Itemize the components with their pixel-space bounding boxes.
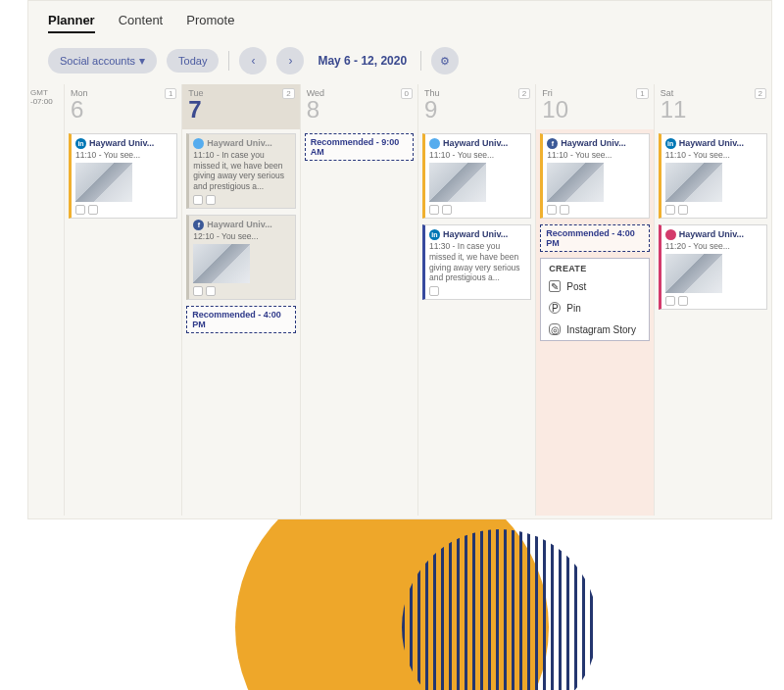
calendar-grid: GMT -07:00 Mon 6 1 inHayward Univ... 11:…	[28, 84, 771, 516]
card-meta: 12:10 - You see...	[193, 231, 290, 241]
option-label: Post	[566, 281, 586, 292]
post-card[interactable]: inHayward Univ... 11:30 - In case you mi…	[422, 224, 531, 300]
day-col-mon: Mon 6 1 inHayward Univ... 11:10 - You se…	[64, 84, 181, 516]
post-thumbnail	[665, 163, 722, 202]
day-body[interactable]: inHayward Univ... 11:10 - You see...	[65, 129, 181, 516]
status-icon	[429, 205, 439, 215]
prev-week-button[interactable]: ‹	[239, 47, 267, 74]
post-count-badge: 2	[518, 88, 530, 99]
post-count-badge: 2	[755, 88, 766, 99]
post-thumbnail	[75, 163, 132, 202]
create-post-option[interactable]: ✎ Post	[541, 275, 648, 297]
facebook-icon: f	[547, 138, 558, 149]
next-week-button[interactable]: ›	[276, 47, 304, 74]
today-button[interactable]: Today	[167, 49, 219, 73]
day-body[interactable]: Recommended - 9:00 AM	[301, 129, 417, 516]
status-icon	[429, 286, 439, 296]
day-col-tue: Tue 7 2 Hayward Univ... 11:10 - In case …	[181, 84, 299, 516]
day-col-fri: Fri 10 1 fHayward Univ... 11:10 - You se…	[535, 84, 653, 516]
card-meta: 11:10 - You see...	[547, 150, 644, 160]
day-col-wed: Wed 8 0 Recommended - 9:00 AM	[300, 84, 417, 516]
instagram-icon	[665, 229, 676, 240]
day-number: 7	[188, 98, 293, 122]
chevron-right-icon: ›	[288, 54, 292, 68]
popup-header: CREATE	[541, 259, 648, 275]
media-icon	[206, 195, 216, 205]
linkedin-icon: in	[75, 138, 86, 149]
recommended-slot[interactable]: Recommended - 4:00 PM	[186, 306, 295, 333]
media-icon	[678, 296, 688, 306]
recommended-slot[interactable]: Recommended - 9:00 AM	[305, 133, 414, 161]
post-card[interactable]: Hayward Univ... 11:10 - You see...	[422, 133, 531, 219]
day-body[interactable]: fHayward Univ... 11:10 - You see... Reco…	[536, 129, 653, 516]
card-meta: 11:10 - In case you missed it, we have b…	[193, 150, 290, 192]
status-icon	[665, 296, 675, 306]
status-icon	[75, 205, 85, 215]
day-number: 9	[424, 98, 529, 122]
post-card[interactable]: Hayward Univ... 11:20 - You see...	[659, 224, 767, 310]
pinterest-icon: P	[549, 302, 561, 314]
post-thumbnail	[665, 254, 722, 293]
post-count-badge: 1	[636, 88, 648, 99]
post-thumbnail	[193, 244, 250, 283]
media-icon	[442, 205, 452, 215]
status-icon	[193, 195, 203, 205]
post-count-badge: 2	[282, 88, 294, 99]
post-card[interactable]: fHayward Univ... 11:10 - You see...	[540, 133, 649, 219]
compose-icon: ✎	[549, 280, 561, 292]
nav-content[interactable]: Content	[119, 13, 164, 33]
card-footer	[429, 205, 526, 215]
post-card[interactable]: inHayward Univ... 11:10 - You see...	[659, 133, 767, 219]
card-title: Hayward Univ...	[561, 138, 625, 148]
social-accounts-label: Social accounts	[60, 55, 135, 67]
toolbar: Social accounts ▾ Today ‹ › May 6 - 12, …	[28, 39, 771, 84]
chevron-left-icon: ‹	[251, 54, 255, 68]
card-title: Hayward Univ...	[443, 229, 508, 239]
day-col-thu: Thu 9 2 Hayward Univ... 11:10 - You see.…	[417, 84, 535, 516]
day-body[interactable]: Hayward Univ... 11:10 - You see... inHay…	[418, 129, 535, 516]
create-pin-option[interactable]: P Pin	[541, 297, 648, 319]
gear-icon: ⚙	[440, 55, 450, 68]
card-title: Hayward Univ...	[207, 138, 271, 148]
day-of-week: Tue	[188, 88, 293, 98]
media-icon	[560, 205, 569, 215]
day-number: 6	[71, 98, 175, 122]
card-title: Hayward Univ...	[89, 138, 154, 148]
nav-promote[interactable]: Promote	[186, 13, 234, 33]
timezone-gutter: GMT -07:00	[28, 84, 64, 516]
card-title: Hayward Univ...	[679, 138, 744, 148]
day-body[interactable]: Hayward Univ... 11:10 - In case you miss…	[182, 129, 299, 516]
card-meta: 11:10 - You see...	[429, 150, 526, 160]
post-thumbnail	[547, 163, 604, 202]
card-footer	[75, 205, 172, 215]
settings-button[interactable]: ⚙	[431, 47, 459, 74]
status-icon	[547, 205, 557, 215]
separator	[228, 51, 229, 71]
day-of-week: Mon	[71, 88, 175, 98]
status-icon	[665, 205, 675, 215]
day-header: Fri 10 1	[536, 84, 653, 129]
post-card-past[interactable]: Hayward Univ... 11:10 - In case you miss…	[186, 133, 295, 209]
facebook-icon: f	[193, 220, 204, 230]
social-accounts-dropdown[interactable]: Social accounts ▾	[48, 48, 157, 74]
post-thumbnail	[429, 163, 486, 202]
option-label: Instagram Story	[566, 324, 636, 335]
day-number: 11	[661, 98, 765, 122]
media-icon	[88, 205, 98, 215]
day-number: 8	[307, 98, 412, 122]
chevron-down-icon: ▾	[139, 54, 145, 68]
media-icon	[206, 286, 216, 296]
top-nav: Planner Content Promote	[28, 1, 771, 39]
day-body[interactable]: inHayward Univ... 11:10 - You see... Hay…	[655, 129, 771, 516]
card-meta: 11:10 - You see...	[665, 150, 762, 160]
nav-planner[interactable]: Planner	[48, 13, 95, 33]
recommended-slot-active[interactable]: Recommended - 4:00 PM	[540, 224, 649, 252]
create-popup: CREATE ✎ Post P Pin ◎ Instagram Story	[540, 258, 649, 341]
post-card-past[interactable]: fHayward Univ... 12:10 - You see...	[186, 215, 295, 300]
instagram-icon: ◎	[549, 323, 561, 335]
card-title: Hayward Univ...	[679, 229, 744, 239]
status-icon	[193, 286, 203, 296]
card-title: Hayward Univ...	[443, 138, 508, 148]
create-instagram-story-option[interactable]: ◎ Instagram Story	[541, 319, 648, 340]
post-card[interactable]: inHayward Univ... 11:10 - You see...	[69, 133, 177, 219]
